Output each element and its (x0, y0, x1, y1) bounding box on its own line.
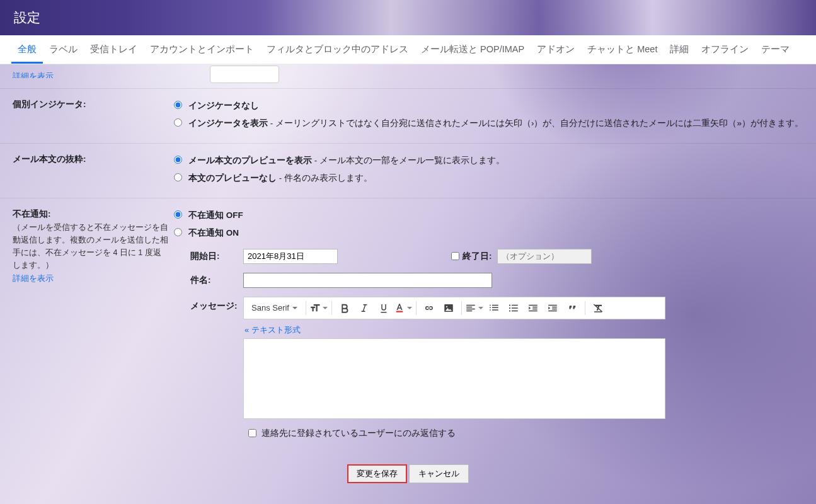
page-title: 設定 (14, 9, 40, 26)
end-date-label: 終了日: (463, 251, 492, 262)
section-snippets: メール本文の抜粋: メール本文のプレビューを表示 - メール本文の一部をメール一… (0, 143, 816, 198)
snippet-none-label: 本文のプレビューなし (188, 173, 277, 183)
indicator-none-label: インジケータなし (188, 101, 259, 110)
contacts-only-label: 連絡先に登録されているユーザーにのみ返信する (261, 428, 456, 439)
chevron-down-icon (292, 307, 297, 312)
indent-icon (547, 302, 558, 314)
tab-general[interactable]: 全般 (11, 35, 43, 64)
bullet-list-icon (508, 302, 519, 314)
snippet-show-label: メール本文のプレビューを表示 (188, 156, 312, 165)
radio-indicator-none[interactable] (174, 101, 182, 109)
settings-header: 設定 (0, 0, 816, 35)
tab-accounts[interactable]: アカウントとインポート (144, 35, 260, 64)
indicator-show-label: インジケータを表示 (188, 118, 268, 128)
font-family-value: Sans Serif (251, 303, 289, 312)
svg-point-3 (509, 304, 510, 306)
outdent-button[interactable] (524, 299, 543, 317)
truncated-previous-section: 詳細を表示 (0, 64, 816, 88)
snippet-none-desc: - 件名のみ表示します。 (277, 173, 372, 183)
tab-themes[interactable]: テーマ (755, 35, 796, 64)
contacts-only-checkbox[interactable] (248, 429, 256, 437)
text-color-button[interactable] (394, 299, 413, 317)
image-icon (443, 302, 454, 314)
underline-button[interactable] (374, 299, 393, 317)
italic-icon (359, 302, 370, 314)
save-button[interactable]: 変更を保存 (347, 464, 407, 483)
quote-icon (566, 302, 578, 314)
bold-button[interactable] (335, 299, 354, 317)
indent-button[interactable] (543, 299, 562, 317)
tab-inbox[interactable]: 受信トレイ (84, 35, 144, 64)
subject-label: 件名: (174, 275, 243, 286)
align-button[interactable] (465, 299, 484, 317)
cancel-button[interactable]: キャンセル (409, 464, 469, 483)
settings-content: 詳細を表示 個別インジケータ: インジケータなし インジケータを表示 - メーリ… (0, 64, 816, 496)
radio-snippet-show[interactable] (174, 156, 182, 164)
end-date-input[interactable] (497, 249, 592, 264)
tab-filters[interactable]: フィルタとブロック中のアドレス (260, 35, 415, 64)
message-editor[interactable] (243, 338, 665, 419)
vacation-detail-link[interactable]: 詳細を表示 (13, 273, 54, 284)
ordered-list-icon (488, 302, 500, 314)
bold-icon (339, 302, 350, 314)
italic-button[interactable] (355, 299, 374, 317)
tab-advanced[interactable]: 詳細 (664, 35, 695, 64)
settings-tabs: 全般 ラベル 受信トレイ アカウントとインポート フィルタとブロック中のアドレス… (0, 35, 816, 64)
snippet-show-desc: - メール本文の一部をメール一覧に表示します。 (312, 156, 505, 165)
clear-format-button[interactable] (589, 299, 607, 317)
plain-text-link[interactable]: « テキスト形式 (244, 324, 301, 336)
text-color-icon (394, 302, 405, 314)
section-personal-indicators: 個別インジケータ: インジケータなし インジケータを表示 - メーリングリストで… (0, 88, 816, 143)
vacation-off-label: 不在通知 OFF (188, 210, 243, 220)
vacation-label: 不在通知: (13, 209, 169, 220)
align-left-icon (465, 302, 476, 314)
svg-point-5 (509, 310, 510, 311)
vacation-on-label: 不在通知 ON (188, 228, 239, 238)
truncated-link[interactable]: 詳細を表示 (13, 71, 54, 78)
bullet-list-button[interactable] (504, 299, 523, 317)
link-button[interactable] (420, 299, 439, 317)
indicator-show-desc: - メーリングリストではなく自分宛に送信されたメールには矢印（›）が、自分だけに… (268, 118, 803, 128)
clear-format-icon (592, 302, 604, 314)
radio-snippet-none[interactable] (174, 173, 182, 181)
tab-offline[interactable]: オフライン (695, 35, 755, 64)
message-label: メッセージ: (174, 297, 243, 312)
footer-buttons: 変更を保存 キャンセル (0, 464, 816, 483)
link-icon (423, 302, 435, 314)
ordered-list-button[interactable] (485, 299, 503, 317)
font-size-button[interactable] (309, 299, 328, 317)
svg-rect-0 (396, 311, 403, 312)
editor-toolbar: Sans Serif (243, 297, 665, 319)
tab-labels[interactable]: ラベル (43, 35, 84, 64)
subject-input[interactable] (243, 273, 492, 288)
font-family-select[interactable]: Sans Serif (246, 303, 302, 312)
tab-chat-meet[interactable]: チャットと Meet (581, 35, 664, 64)
truncated-button[interactable] (210, 66, 279, 83)
radio-vacation-on[interactable] (174, 228, 182, 236)
radio-indicator-show[interactable] (174, 118, 182, 127)
indicators-label: 個別インジケータ: (13, 99, 169, 110)
snippets-label: メール本文の抜粋: (13, 154, 169, 165)
underline-icon (378, 302, 389, 314)
tab-addons[interactable]: アドオン (531, 35, 581, 64)
svg-point-2 (446, 306, 447, 307)
text-size-icon (309, 302, 321, 314)
end-date-checkbox[interactable] (451, 252, 459, 260)
image-button[interactable] (439, 299, 458, 317)
vacation-desc: （メールを受信すると不在メッセージを自動返信します。複数のメールを送信した相手に… (13, 221, 169, 272)
radio-vacation-off[interactable] (174, 210, 182, 219)
start-date-label: 開始日: (174, 251, 243, 262)
tab-forwarding[interactable]: メール転送と POP/IMAP (415, 35, 531, 64)
start-date-input[interactable] (243, 249, 338, 264)
quote-button[interactable] (563, 299, 582, 317)
outdent-icon (527, 302, 539, 314)
svg-point-4 (509, 307, 510, 308)
section-vacation: 不在通知: （メールを受信すると不在メッセージを自動返信します。複数のメールを送… (0, 198, 816, 448)
